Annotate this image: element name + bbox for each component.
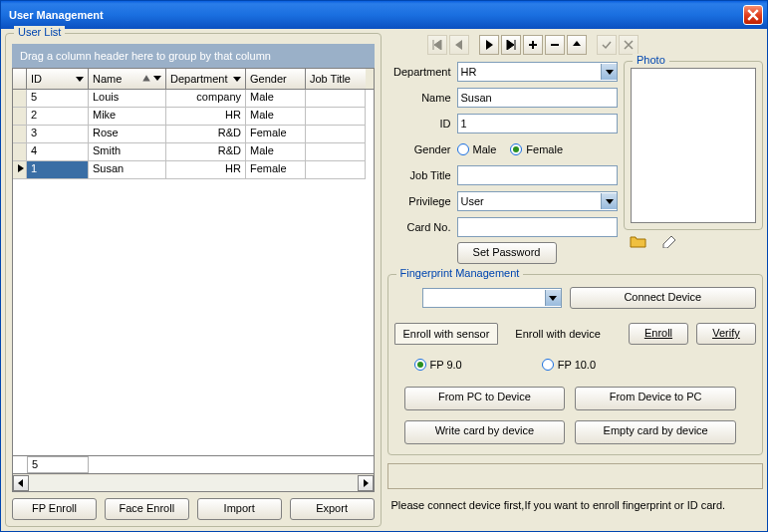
grid-count: 5	[27, 456, 89, 473]
export-button[interactable]: Export	[290, 498, 375, 520]
folder-open-icon	[630, 234, 647, 248]
cell-department: R&D	[166, 143, 246, 161]
nav-prev-button[interactable]	[449, 35, 469, 55]
tab-enroll-sensor[interactable]: Enroll with sensor	[394, 323, 499, 345]
eraser-icon	[659, 234, 677, 248]
cell-department: R&D	[166, 126, 246, 143]
tab-enroll-device[interactable]: Enroll with device	[506, 323, 610, 345]
edit-record-button[interactable]	[567, 35, 587, 55]
cell-name: Smith	[89, 143, 166, 161]
chevron-left-icon	[17, 479, 25, 487]
fp90-radio[interactable]: FP 9.0	[414, 359, 462, 371]
grid-footer: 5	[13, 455, 374, 473]
nav-last-button[interactable]	[501, 35, 521, 55]
jobtitle-label: Job Title	[387, 169, 457, 181]
cell-id: 2	[27, 108, 89, 126]
minus-icon	[550, 40, 560, 50]
pc-to-device-button[interactable]: From PC to Device	[404, 387, 566, 410]
privilege-value: User	[461, 195, 484, 207]
id-label: ID	[387, 118, 457, 130]
cell-gender: Male	[246, 143, 306, 161]
close-button[interactable]	[743, 5, 763, 25]
gender-male-radio[interactable]: Male	[457, 143, 497, 155]
face-enroll-button[interactable]: Face Enroll	[105, 498, 189, 520]
table-row[interactable]: 3RoseR&DFemale	[13, 126, 374, 143]
set-password-button[interactable]: Set Password	[457, 242, 557, 264]
plus-icon	[528, 40, 538, 50]
cell-name: Susan	[89, 161, 166, 179]
fp-enroll-button[interactable]: FP Enroll	[12, 498, 97, 520]
enroll-button[interactable]: Enroll	[629, 323, 688, 345]
dropdown-icon	[153, 74, 161, 82]
connect-device-button[interactable]: Connect Device	[570, 287, 757, 309]
add-record-button[interactable]	[523, 35, 543, 55]
device-combo[interactable]	[422, 288, 562, 308]
user-grid[interactable]: ID Name Department	[12, 68, 375, 492]
scroll-left-button[interactable]	[13, 475, 29, 491]
user-list-legend: User List	[14, 26, 65, 38]
save-record-button[interactable]	[597, 35, 617, 55]
table-row[interactable]: 5LouiscompanyMale	[13, 90, 374, 108]
scroll-track[interactable]	[29, 475, 358, 491]
user-list-group: User List Drag a column header here to g…	[5, 33, 382, 527]
scroll-right-button[interactable]	[358, 475, 374, 491]
col-job-label: Job Title	[310, 73, 351, 85]
grid-header: ID Name Department	[13, 69, 374, 90]
grid-body[interactable]: 5LouiscompanyMale2MikeHRMale3RoseR&DFema…	[13, 90, 374, 455]
cardno-label: Card No.	[387, 221, 457, 233]
cancel-record-button[interactable]	[619, 35, 639, 55]
grid-header-gender[interactable]: Gender	[246, 69, 306, 89]
cell-id: 3	[27, 126, 89, 143]
cell-name: Rose	[89, 126, 166, 143]
import-button[interactable]: Import	[197, 498, 282, 520]
close-icon	[747, 9, 759, 21]
table-row[interactable]: 4SmithR&DMale	[13, 143, 374, 161]
group-by-hint[interactable]: Drag a column header here to group by th…	[12, 44, 375, 68]
jobtitle-input[interactable]	[457, 165, 619, 185]
department-combo[interactable]: HR	[457, 62, 619, 82]
combo-dropdown-icon	[601, 64, 617, 80]
row-indicator	[13, 126, 27, 143]
table-row[interactable]: 1SusanHRFemale	[13, 161, 374, 179]
col-gender-label: Gender	[250, 73, 287, 85]
titlebar[interactable]: User Management	[1, 1, 767, 29]
grid-header-indicator[interactable]	[13, 69, 27, 89]
grid-header-name[interactable]: Name	[89, 69, 166, 89]
combo-dropdown-icon	[601, 193, 617, 209]
fp100-radio[interactable]: FP 10.0	[542, 359, 596, 371]
department-value: HR	[461, 66, 477, 78]
cell-job_title	[306, 108, 366, 126]
grid-header-department[interactable]: Department	[166, 69, 246, 89]
fingerprint-legend: Fingerprint Management	[396, 267, 524, 279]
cell-gender: Male	[246, 90, 306, 108]
open-photo-button[interactable]	[630, 234, 647, 250]
gender-female-radio[interactable]: Female	[510, 143, 563, 155]
chevron-right-icon	[362, 479, 370, 487]
cell-job_title	[306, 90, 366, 108]
table-row[interactable]: 2MikeHRMale	[13, 108, 374, 126]
nav-next-button[interactable]	[479, 35, 499, 55]
grid-header-jobtitle[interactable]: Job Title	[306, 69, 366, 89]
privilege-label: Privilege	[387, 195, 457, 207]
name-label: Name	[387, 92, 457, 104]
grid-header-id[interactable]: ID	[27, 69, 89, 89]
id-input[interactable]: 1	[457, 114, 619, 133]
cell-gender: Female	[246, 161, 306, 179]
grid-hscroll[interactable]	[13, 473, 374, 491]
cardno-input[interactable]	[457, 217, 619, 237]
nav-first-button[interactable]	[427, 35, 447, 55]
prev-icon	[454, 40, 464, 50]
privilege-combo[interactable]: User	[457, 191, 619, 211]
combo-dropdown-icon	[545, 290, 561, 306]
cell-id: 5	[27, 90, 89, 108]
device-to-pc-button[interactable]: From Device to PC	[575, 387, 736, 410]
empty-card-button[interactable]: Empty card by device	[575, 420, 736, 444]
delete-record-button[interactable]	[545, 35, 565, 55]
status-box	[387, 463, 764, 489]
row-indicator	[13, 143, 27, 161]
row-indicator	[13, 108, 27, 126]
clear-photo-button[interactable]	[659, 234, 677, 250]
verify-button[interactable]: Verify	[696, 323, 756, 345]
write-card-button[interactable]: Write card by device	[404, 420, 566, 444]
name-input[interactable]: Susan	[457, 88, 619, 108]
